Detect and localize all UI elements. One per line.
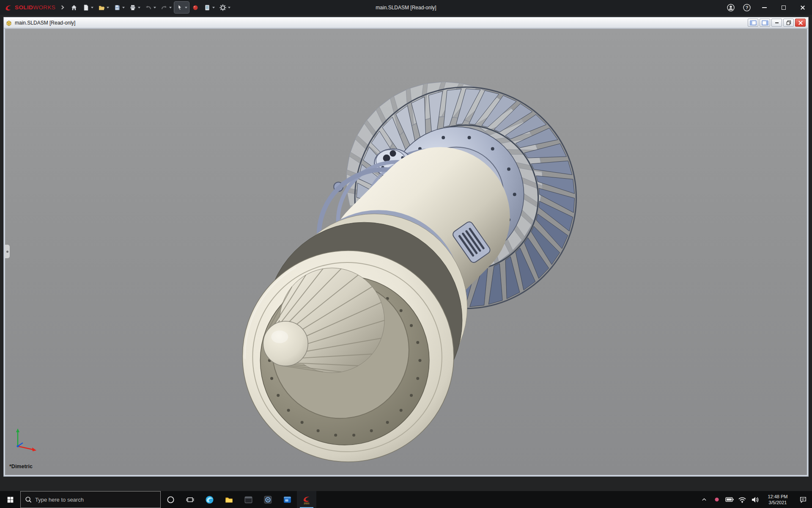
save-icon <box>113 4 121 11</box>
tray-overflow-button[interactable] <box>698 491 710 508</box>
design-binder-button[interactable] <box>202 2 217 13</box>
maximize-icon <box>782 6 786 10</box>
help-button[interactable]: ? <box>739 0 755 15</box>
undo-icon <box>145 4 152 11</box>
save-button[interactable] <box>112 2 126 13</box>
dropdown-caret-icon <box>169 7 172 8</box>
network-icon <box>738 495 746 504</box>
design-binder-icon <box>203 4 211 11</box>
new-document-button[interactable] <box>80 2 95 13</box>
select-cursor-icon <box>176 4 184 11</box>
orientation-triad <box>12 425 39 452</box>
dropdown-caret-icon <box>154 7 156 8</box>
tray-app-button[interactable] <box>710 491 723 508</box>
solidworks-app-button[interactable]: 2021 <box>297 491 316 508</box>
document-window: main.SLDASM [Read-only] <box>3 17 809 477</box>
cortana-button[interactable] <box>161 491 180 508</box>
tab-dot-icon <box>6 251 8 253</box>
document-restore-button[interactable] <box>783 19 794 27</box>
svg-text:?: ? <box>746 5 749 10</box>
maximize-button[interactable] <box>774 0 793 15</box>
taskbar-search[interactable] <box>20 491 161 508</box>
terminal-icon <box>244 495 253 504</box>
document-window-controls <box>748 19 807 27</box>
document-minimize-button[interactable] <box>771 19 782 27</box>
dropdown-caret-icon <box>228 7 230 8</box>
viewer-app-icon <box>263 495 272 504</box>
brand-text: SOLIDWORKS <box>15 4 55 11</box>
document-titlebar[interactable]: main.SLDASM [Read-only] <box>4 17 808 28</box>
toggle-right-pane-icon <box>762 20 768 25</box>
toggle-left-pane-button[interactable] <box>748 19 758 27</box>
window-app-icon <box>283 495 292 504</box>
action-center-icon <box>799 496 807 503</box>
solidworks-icon: 2021 <box>302 495 311 504</box>
volume-button[interactable] <box>749 491 761 508</box>
open-button[interactable] <box>96 2 111 13</box>
network-button[interactable] <box>736 491 749 508</box>
edge-button[interactable] <box>200 491 219 508</box>
document-close-button[interactable] <box>795 19 806 27</box>
jet-engine-model[interactable] <box>5 29 807 475</box>
dropdown-caret-icon <box>212 7 215 8</box>
document-title: main.SLDASM [Read-only] <box>15 20 75 26</box>
options-button[interactable] <box>217 2 232 13</box>
action-center-button[interactable] <box>794 491 812 508</box>
edge-icon <box>205 495 214 504</box>
3d-viewport[interactable]: *Dimetric <box>5 29 807 475</box>
toggle-left-pane-icon <box>750 20 757 25</box>
undo-button[interactable] <box>143 2 158 13</box>
file-explorer-button[interactable] <box>219 491 239 508</box>
search-input[interactable] <box>35 497 156 503</box>
view-orientation-label: *Dimetric <box>9 464 33 469</box>
cortana-icon <box>167 496 175 504</box>
search-icon <box>25 496 32 503</box>
dropdown-caret-icon <box>91 7 93 8</box>
volume-icon <box>751 495 759 504</box>
viewer-app-button[interactable] <box>258 491 277 508</box>
restore-icon <box>786 20 791 25</box>
assembly-document-icon <box>5 19 12 26</box>
taskbar-clock[interactable]: 12:48 PM 3/5/2021 <box>761 491 794 508</box>
minimize-icon <box>775 22 779 23</box>
new-document-icon <box>82 4 90 11</box>
task-view-button[interactable] <box>180 491 200 508</box>
tray-chevron-icon <box>701 497 707 502</box>
minimize-button[interactable] <box>755 0 774 15</box>
print-button[interactable] <box>127 2 142 13</box>
3dexperience-button[interactable] <box>190 2 201 13</box>
svg-text:2021: 2021 <box>304 502 310 505</box>
tray-app-icon <box>714 497 720 502</box>
battery-button[interactable] <box>723 491 736 508</box>
close-icon <box>798 21 803 25</box>
dropdown-caret-icon <box>138 7 140 8</box>
task-pane-collapsed-tab[interactable] <box>5 244 10 259</box>
start-button[interactable] <box>0 491 20 508</box>
app-titlebar: SOLIDWORKS <box>0 0 812 15</box>
close-button[interactable] <box>793 0 812 15</box>
toggle-right-pane-button[interactable] <box>760 19 770 27</box>
3ds-logo-icon <box>4 3 13 12</box>
close-icon <box>801 6 805 10</box>
window-app-button[interactable] <box>277 491 297 508</box>
redo-button[interactable] <box>159 2 173 13</box>
home-icon <box>70 4 78 11</box>
dropdown-caret-icon <box>107 7 109 8</box>
redo-icon <box>160 4 168 11</box>
print-icon <box>129 4 137 11</box>
account-button[interactable] <box>723 0 739 15</box>
clock-date: 3/5/2021 <box>769 500 787 505</box>
dropdown-caret-icon <box>122 7 125 8</box>
terminal-button[interactable] <box>239 491 258 508</box>
brand-flyout-arrow-icon[interactable] <box>60 6 64 10</box>
task-view-icon <box>186 496 194 504</box>
window-controls: ? <box>723 0 812 15</box>
taskbar: 2021 <box>0 491 812 508</box>
file-explorer-icon <box>225 495 233 504</box>
select-button[interactable] <box>174 2 189 13</box>
home-button[interactable] <box>69 2 80 13</box>
quick-access-toolbar <box>69 0 232 15</box>
options-gear-icon <box>219 4 227 11</box>
minimize-icon <box>762 7 767 8</box>
dropdown-caret-icon <box>185 7 187 8</box>
